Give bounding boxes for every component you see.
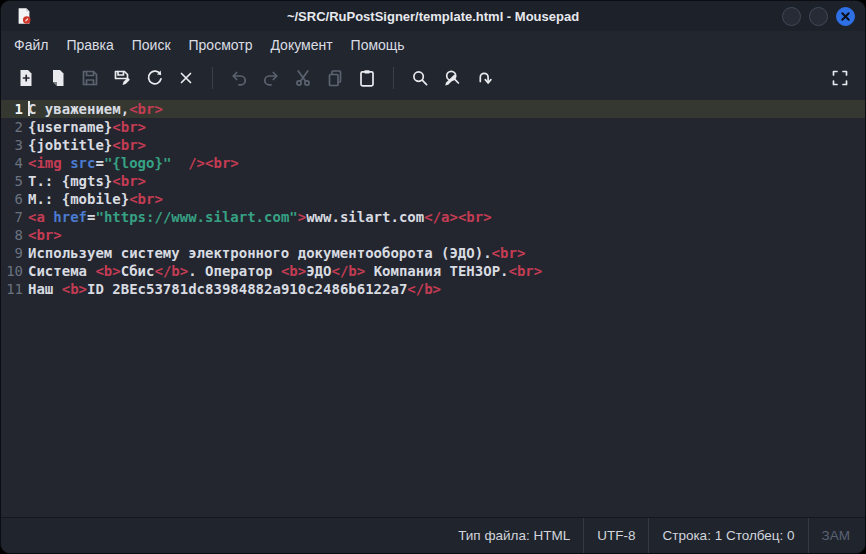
new-document-button[interactable] [13, 65, 39, 91]
line-number: 7 [1, 208, 28, 226]
line-content: {jobtitle}<br> [28, 136, 146, 154]
line-content: Т.: {mgts}<br> [28, 172, 146, 190]
menu-item-правка[interactable]: Правка [57, 34, 122, 56]
statusbar: Тип файла: HTMLUTF-8Строка: 1 Столбец: 0… [1, 517, 865, 553]
save-button[interactable] [77, 65, 103, 91]
menu-item-помощь[interactable]: Помощь [342, 34, 414, 56]
line-content: <a href="https://www.silart.com">www.sil… [28, 208, 492, 226]
line-number: 6 [1, 190, 28, 208]
go-to-line-button[interactable] [471, 65, 497, 91]
save-as-icon [112, 68, 132, 88]
new-document-icon [16, 68, 36, 88]
undo-icon [229, 68, 249, 88]
mousepad-window: ~/SRC/RuPostSigner/template.html - Mouse… [0, 0, 866, 554]
save-as-button[interactable] [109, 65, 135, 91]
menu-item-файл[interactable]: Файл [5, 34, 57, 56]
statusbar-item-overwrite-mode[interactable]: ЗАМ [809, 518, 863, 553]
line-content: <img src="{logo}" /><br> [28, 154, 239, 172]
window-title: ~/SRC/RuPostSigner/template.html - Mouse… [1, 9, 865, 24]
line-number: 11 [1, 280, 28, 298]
editor-line[interactable]: 5Т.: {mgts}<br> [1, 172, 865, 190]
menu-item-просмотр[interactable]: Просмотр [180, 34, 262, 56]
line-content: Наш <b>ID 2BEc53781dc83984882a910c2486b6… [28, 280, 441, 298]
editor-line[interactable]: 2{username}<br> [1, 118, 865, 136]
toolbar-right [827, 65, 853, 91]
editor-line[interactable]: 4<img src="{logo}" /><br> [1, 154, 865, 172]
toolbar-separator [393, 67, 394, 89]
find-replace-icon [442, 68, 462, 88]
reload-icon [144, 68, 164, 88]
menubar: ФайлПравкаПоискПросмотрДокументПомощь [1, 31, 865, 59]
editor-line[interactable]: 6М.: {mobile}<br> [1, 190, 865, 208]
line-content: <br> [28, 226, 62, 244]
editor-line[interactable]: 9Используем систему электронного докумен… [1, 244, 865, 262]
line-number: 1 [1, 100, 28, 118]
editor-line[interactable]: 11Наш <b>ID 2BEc53781dc83984882a910c2486… [1, 280, 865, 298]
close-document-button[interactable] [173, 65, 199, 91]
maximize-button[interactable] [809, 7, 828, 26]
line-content: С уважением,<br> [28, 100, 163, 118]
window-controls [782, 7, 855, 26]
statusbar-item-filetype[interactable]: Тип файла: HTML [445, 518, 583, 553]
paste-button[interactable] [354, 65, 380, 91]
fullscreen-icon [830, 68, 850, 88]
copy-icon [325, 68, 345, 88]
statusbar-item-cursor-position[interactable]: Строка: 1 Столбец: 0 [649, 518, 807, 553]
line-content: Система <b>Сбис</b>. Оператор <b>ЭДО</b>… [28, 262, 542, 280]
open-document-button[interactable] [45, 65, 71, 91]
line-number: 10 [1, 262, 28, 280]
editor-line[interactable]: 8<br> [1, 226, 865, 244]
line-content: Используем систему электронного документ… [28, 244, 525, 262]
cut-button[interactable] [290, 65, 316, 91]
copy-button[interactable] [322, 65, 348, 91]
titlebar[interactable]: ~/SRC/RuPostSigner/template.html - Mouse… [1, 1, 865, 31]
close-document-icon [176, 68, 196, 88]
statusbar-item-encoding[interactable]: UTF-8 [584, 518, 648, 553]
redo-icon [261, 68, 281, 88]
toolbar-left [13, 65, 497, 91]
editor[interactable]: 1С уважением,<br>2{username}<br>3{jobtit… [1, 97, 865, 517]
toolbar-separator [212, 67, 213, 89]
go-to-line-icon [474, 68, 494, 88]
editor-line[interactable]: 7<a href="https://www.silart.com">www.si… [1, 208, 865, 226]
line-number: 2 [1, 118, 28, 136]
editor-line[interactable]: 1С уважением,<br> [1, 100, 865, 118]
editor-line[interactable]: 3{jobtitle}<br> [1, 136, 865, 154]
line-number: 5 [1, 172, 28, 190]
find-icon [410, 68, 430, 88]
line-content: {username}<br> [28, 118, 146, 136]
close-button[interactable] [836, 7, 855, 26]
line-number: 4 [1, 154, 28, 172]
editor-lines: 1С уважением,<br>2{username}<br>3{jobtit… [1, 100, 865, 298]
minimize-button[interactable] [782, 7, 801, 26]
undo-button[interactable] [226, 65, 252, 91]
menu-item-поиск[interactable]: Поиск [123, 34, 180, 56]
fullscreen-button[interactable] [827, 65, 853, 91]
editor-line[interactable]: 10Система <b>Сбис</b>. Оператор <b>ЭДО</… [1, 262, 865, 280]
line-number: 3 [1, 136, 28, 154]
paste-icon [357, 68, 377, 88]
cut-icon [293, 68, 313, 88]
find-button[interactable] [407, 65, 433, 91]
save-icon [80, 68, 100, 88]
line-number: 9 [1, 244, 28, 262]
find-replace-button[interactable] [439, 65, 465, 91]
line-number: 8 [1, 226, 28, 244]
menu-item-документ[interactable]: Документ [261, 34, 341, 56]
toolbar [1, 59, 865, 97]
line-content: М.: {mobile}<br> [28, 190, 163, 208]
reload-button[interactable] [141, 65, 167, 91]
mousepad-app-icon [15, 7, 33, 25]
close-icon [840, 11, 851, 22]
redo-button[interactable] [258, 65, 284, 91]
open-document-icon [48, 68, 68, 88]
